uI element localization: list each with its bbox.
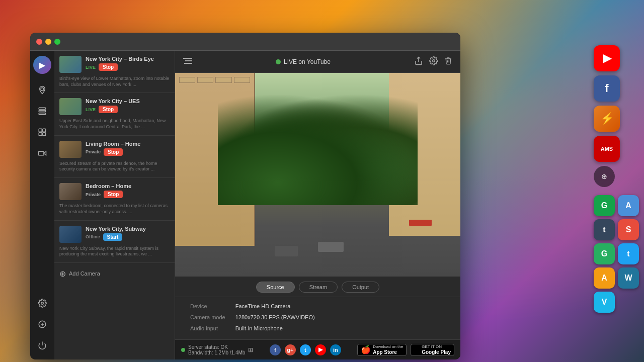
camera-thumb-3 (59, 141, 82, 158)
street-scene (175, 73, 460, 277)
camera-mode-value: 644x362 30 FPS (RAWVIDEO) (235, 314, 445, 320)
title-bar (30, 33, 460, 51)
main-window: ▶ (30, 33, 460, 359)
store-badges: 🍎 Download on the App Store ▶ GET IT ON … (357, 344, 454, 356)
sidebar-item-maps[interactable] (33, 81, 51, 99)
window-body: ▶ (30, 51, 460, 359)
camera-stop-button-4[interactable]: Stop (104, 191, 123, 198)
dock-tumblr-icon[interactable]: t (594, 219, 615, 240)
add-camera-label: Add Camera (69, 270, 100, 277)
camera-start-button-5[interactable]: Start (103, 233, 123, 241)
sidebar-item-video[interactable] (33, 144, 51, 162)
camera-status-row-5: Offline Start (86, 233, 170, 241)
svg-point-19 (433, 59, 435, 62)
add-camera-button[interactable]: ⊕ Add Camera (54, 263, 175, 285)
social-facebook-icon[interactable]: f (270, 344, 281, 355)
server-info-icon[interactable]: ⊞ (248, 346, 253, 353)
building-windows-left (175, 73, 254, 87)
dock-app4-icon[interactable]: A (594, 267, 615, 289)
svg-point-10 (41, 302, 44, 305)
dock-app3-icon[interactable]: G (594, 243, 615, 264)
tab-output[interactable]: Output (342, 282, 379, 293)
camera-item-1[interactable]: New York City – Birds Eye LIVE Stop Bird… (54, 51, 175, 93)
top-bar-left (183, 57, 192, 66)
top-bar-right (414, 56, 452, 67)
camera-name-3: Living Room – Home (86, 141, 170, 147)
minimize-button[interactable] (45, 39, 51, 45)
dock-wordpress-icon[interactable]: W (618, 267, 639, 289)
delete-icon[interactable] (444, 56, 452, 67)
dock-app1-icon[interactable]: A (618, 195, 639, 216)
camera-status-row-3: Private Stop (86, 148, 170, 156)
menu-icon[interactable] (183, 57, 192, 66)
camera-thumb-5 (59, 226, 82, 243)
camera-item-4[interactable]: Bedroom – Home Private Stop The master b… (54, 178, 175, 220)
sidebar-item-power[interactable] (33, 336, 51, 354)
car-1 (275, 246, 297, 256)
dock-target-icon[interactable]: ⊕ (594, 166, 615, 187)
camera-name-5: New York City, Subway (86, 226, 170, 232)
status-left: Server status: OK Bandwidth: 1.2Mb /1.4M… (181, 344, 253, 355)
sidebar-item-settings[interactable] (33, 294, 51, 312)
maximize-button[interactable] (54, 39, 60, 45)
dock-grammarly-icon[interactable]: G (594, 195, 615, 216)
car-2 (318, 242, 344, 252)
social-linkedin-icon[interactable]: in (330, 344, 341, 355)
google-play-badge[interactable]: ▶ GET IT ON Google Play (411, 344, 454, 356)
details-grid: Device FaceTime HD Camera Camera mode 12… (175, 297, 460, 339)
dock-vimeo-icon[interactable]: V (594, 292, 615, 313)
traffic-lights (36, 39, 60, 45)
dock-ams-icon[interactable]: AMS (594, 136, 620, 162)
social-icons: f g+ t ▶ in (270, 344, 341, 355)
live-dot-indicator (276, 59, 281, 64)
tab-stream[interactable]: Stream (299, 282, 338, 293)
svg-rect-3 (39, 113, 46, 115)
camera-status-row-2: LIVE Stop (86, 106, 170, 113)
apple-icon: 🍎 (361, 345, 371, 354)
svg-rect-5 (43, 129, 46, 132)
sidebar-item-add[interactable] (33, 315, 51, 333)
app-store-text: Download on the App Store (373, 344, 403, 355)
dock-twitter-icon[interactable]: t (618, 243, 639, 264)
svg-rect-7 (43, 133, 46, 136)
camera-desc-4: The master bedroom, connected to my list… (59, 203, 170, 215)
dock-app2-icon[interactable]: S (618, 219, 639, 240)
tabs-row: Source Stream Output (175, 277, 460, 297)
status-indicator-dot (181, 348, 185, 352)
camera-thumb-1 (59, 56, 82, 73)
app-store-top-text: Download on the (373, 344, 403, 349)
audio-input-value: Built-in Microphone (235, 325, 445, 331)
status-bar: Server status: OK Bandwidth: 1.2Mb /1.4M… (175, 339, 460, 359)
social-google-icon[interactable]: g+ (285, 344, 296, 355)
camera-stop-button-2[interactable]: Stop (99, 106, 118, 113)
left-sidebar: ▶ (30, 51, 54, 359)
device-label: Device (190, 303, 225, 309)
red-awning (409, 220, 432, 226)
app-store-badge[interactable]: 🍎 Download on the App Store (357, 344, 407, 356)
camera-stop-button-1[interactable]: Stop (99, 63, 118, 71)
audio-input-label: Audio input (190, 325, 225, 331)
camera-stop-button-3[interactable]: Stop (104, 148, 123, 156)
tab-source[interactable]: Source (256, 282, 295, 293)
camera-item-5[interactable]: New York City, Subway Offline Start New … (54, 221, 175, 263)
close-button[interactable] (36, 39, 42, 45)
camera-item-1-header: New York City – Birds Eye LIVE Stop (59, 56, 170, 73)
app-logo[interactable]: ▶ (33, 56, 51, 74)
camera-info-2: New York City – UES LIVE Stop (86, 98, 170, 113)
camera-item-3[interactable]: Living Room – Home Private Stop Secured … (54, 136, 175, 178)
sidebar-item-grid[interactable] (33, 123, 51, 141)
camera-desc-2: Upper East Side and neighborhood, Manhat… (59, 118, 170, 130)
svg-rect-4 (39, 129, 42, 132)
dock-youtube-icon[interactable]: ▶ (594, 45, 620, 71)
camera-status-1: LIVE (86, 65, 96, 70)
camera-status-5: Offline (86, 234, 100, 239)
social-twitter-icon[interactable]: t (300, 344, 311, 355)
sidebar-item-library[interactable] (33, 102, 51, 120)
dock-nimbus-icon[interactable]: ⚡ (594, 106, 620, 132)
share-icon[interactable] (414, 56, 423, 67)
settings-icon[interactable] (429, 56, 438, 67)
camera-item-2[interactable]: New York City – UES LIVE Stop Upper East… (54, 93, 175, 135)
social-youtube-icon[interactable]: ▶ (315, 344, 326, 355)
dock-facebook-icon[interactable]: f (594, 75, 620, 102)
camera-thumb-2 (59, 98, 82, 115)
